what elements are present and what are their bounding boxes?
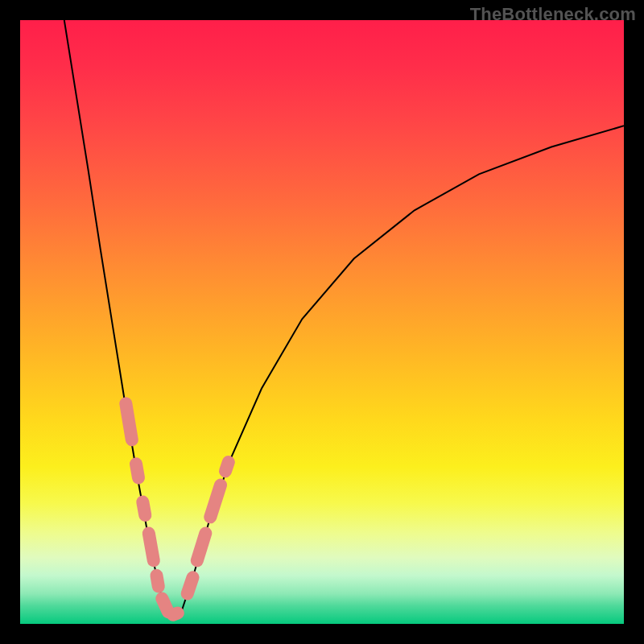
datapoint-capsule	[149, 534, 154, 561]
datapoint-capsule	[225, 462, 229, 471]
datapoint-capsule	[188, 577, 193, 593]
curve-lines	[64, 20, 624, 612]
chart-container: TheBottleneck.com	[0, 0, 644, 644]
series-right-curve	[181, 126, 624, 612]
datapoint-capsule	[142, 502, 145, 516]
datapoint-capsule	[136, 464, 138, 477]
series-left-curve	[64, 20, 165, 612]
watermark-text: TheBottleneck.com	[470, 4, 636, 25]
datapoint-capsule	[173, 613, 178, 615]
chart-svg	[20, 20, 624, 624]
datapoint-capsule	[197, 534, 206, 561]
plot-area	[20, 20, 624, 624]
datapoint-capsule	[162, 599, 168, 613]
datapoint-capsule	[126, 403, 132, 440]
datapoint-capsule	[157, 576, 159, 587]
datapoint-capsule	[210, 485, 221, 518]
datapoint-capsules	[126, 403, 228, 615]
